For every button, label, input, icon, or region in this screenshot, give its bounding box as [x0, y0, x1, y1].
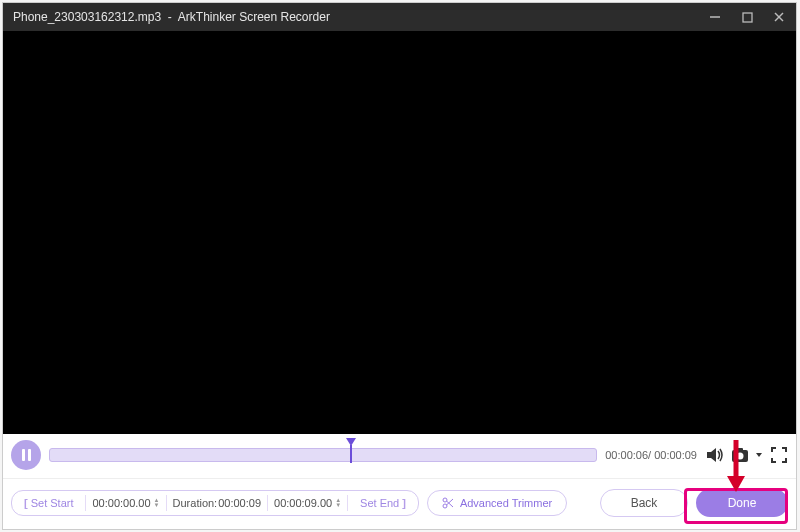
titlebar: Phone_230303162312.mp3 - ArkThinker Scre…: [3, 3, 796, 31]
start-time-down[interactable]: ▼: [154, 503, 160, 508]
trim-group: [ Set Start 00:00:00.00 ▲▼ Duration:00:0…: [11, 490, 419, 516]
maximize-button[interactable]: [740, 10, 754, 24]
pause-button[interactable]: [11, 440, 41, 470]
svg-point-5: [737, 453, 744, 460]
time-display: 00:00:06/ 00:00:09: [605, 449, 697, 461]
timeline-track[interactable]: [49, 444, 597, 466]
bottom-toolbar: [ Set Start 00:00:00.00 ▲▼ Duration:00:0…: [3, 479, 796, 529]
svg-rect-1: [743, 13, 752, 22]
start-time-field[interactable]: 00:00:00.00 ▲▼: [86, 491, 165, 515]
done-button[interactable]: Done: [696, 489, 788, 517]
window-controls: [708, 10, 786, 24]
end-time-down[interactable]: ▼: [335, 503, 341, 508]
volume-icon[interactable]: [705, 446, 725, 464]
filename-text: Phone_230303162312.mp3: [13, 10, 161, 24]
end-time-field[interactable]: 00:00:09.00 ▲▼: [268, 491, 347, 515]
scissors-icon: [442, 497, 454, 509]
app-name-text: ArkThinker Screen Recorder: [178, 10, 330, 24]
svg-rect-6: [737, 448, 743, 451]
window-title: Phone_230303162312.mp3 - ArkThinker Scre…: [13, 10, 708, 24]
progress-row: 00:00:06/ 00:00:09: [3, 440, 796, 478]
set-end-button[interactable]: Set End ]: [348, 491, 418, 515]
video-preview-area: [3, 31, 796, 434]
app-window: Phone_230303162312.mp3 - ArkThinker Scre…: [2, 2, 797, 530]
advanced-trimmer-button[interactable]: Advanced Trimmer: [427, 490, 567, 516]
fullscreen-icon[interactable]: [770, 446, 788, 464]
minimize-button[interactable]: [708, 10, 722, 24]
controls-panel: 00:00:06/ 00:00:09 [: [3, 434, 796, 529]
set-start-button[interactable]: [ Set Start: [12, 491, 85, 515]
snapshot-icon[interactable]: [731, 447, 751, 463]
snapshot-dropdown-icon[interactable]: [754, 450, 764, 460]
back-button[interactable]: Back: [600, 489, 688, 517]
duration-display: Duration:00:00:09: [167, 491, 267, 515]
close-button[interactable]: [772, 10, 786, 24]
